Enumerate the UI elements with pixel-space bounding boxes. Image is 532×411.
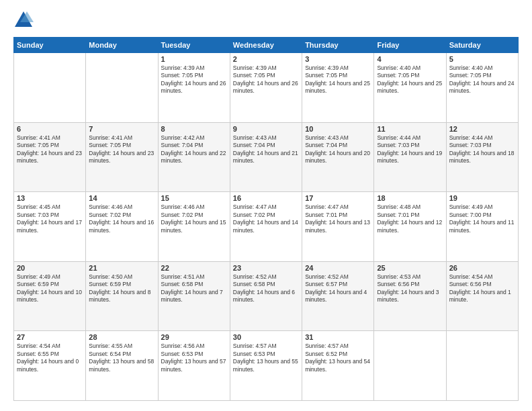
day-number: 29 <box>161 333 227 341</box>
calendar-cell: 20Sunrise: 4:49 AM Sunset: 6:59 PM Dayli… <box>14 261 86 331</box>
day-info: Sunrise: 4:46 AM Sunset: 7:02 PM Dayligh… <box>89 203 154 234</box>
calendar-cell: 23Sunrise: 4:52 AM Sunset: 6:58 PM Dayli… <box>230 261 302 331</box>
day-info: Sunrise: 4:47 AM Sunset: 7:01 PM Dayligh… <box>305 203 371 234</box>
calendar-cell: 30Sunrise: 4:57 AM Sunset: 6:53 PM Dayli… <box>230 331 302 401</box>
calendar-cell: 9Sunrise: 4:43 AM Sunset: 7:04 PM Daylig… <box>230 122 302 192</box>
calendar-cell <box>446 331 518 401</box>
calendar-cell: 1Sunrise: 4:39 AM Sunset: 7:05 PM Daylig… <box>158 53 230 123</box>
day-info: Sunrise: 4:54 AM Sunset: 6:56 PM Dayligh… <box>449 273 515 304</box>
day-info: Sunrise: 4:57 AM Sunset: 6:53 PM Dayligh… <box>233 342 299 373</box>
day-info: Sunrise: 4:48 AM Sunset: 7:01 PM Dayligh… <box>377 203 443 234</box>
calendar-cell: 10Sunrise: 4:43 AM Sunset: 7:04 PM Dayli… <box>302 122 374 192</box>
calendar-cell: 14Sunrise: 4:46 AM Sunset: 7:02 PM Dayli… <box>86 192 158 262</box>
calendar-cell: 6Sunrise: 4:41 AM Sunset: 7:05 PM Daylig… <box>14 122 86 192</box>
calendar-cell: 29Sunrise: 4:56 AM Sunset: 6:53 PM Dayli… <box>158 331 230 401</box>
day-number: 9 <box>233 125 299 133</box>
calendar-cell <box>14 53 86 123</box>
calendar-cell: 26Sunrise: 4:54 AM Sunset: 6:56 PM Dayli… <box>446 261 518 331</box>
day-info: Sunrise: 4:49 AM Sunset: 6:59 PM Dayligh… <box>17 273 83 304</box>
calendar-cell <box>86 53 158 123</box>
day-info: Sunrise: 4:43 AM Sunset: 7:04 PM Dayligh… <box>233 134 299 165</box>
calendar-cell: 28Sunrise: 4:55 AM Sunset: 6:54 PM Dayli… <box>86 331 158 401</box>
day-number: 31 <box>305 333 371 341</box>
day-info: Sunrise: 4:39 AM Sunset: 7:05 PM Dayligh… <box>233 64 299 95</box>
day-info: Sunrise: 4:47 AM Sunset: 7:02 PM Dayligh… <box>233 203 299 234</box>
day-info: Sunrise: 4:39 AM Sunset: 7:05 PM Dayligh… <box>161 64 227 95</box>
calendar-cell: 21Sunrise: 4:50 AM Sunset: 6:59 PM Dayli… <box>86 261 158 331</box>
day-number: 2 <box>233 55 299 63</box>
day-info: Sunrise: 4:44 AM Sunset: 7:03 PM Dayligh… <box>377 134 443 165</box>
logo-icon <box>13 10 34 30</box>
day-info: Sunrise: 4:44 AM Sunset: 7:03 PM Dayligh… <box>449 134 515 165</box>
day-number: 14 <box>89 194 154 202</box>
day-info: Sunrise: 4:55 AM Sunset: 6:54 PM Dayligh… <box>89 342 154 373</box>
calendar-table: SundayMondayTuesdayWednesdayThursdayFrid… <box>13 37 519 401</box>
day-info: Sunrise: 4:52 AM Sunset: 6:57 PM Dayligh… <box>305 273 371 304</box>
day-info: Sunrise: 4:56 AM Sunset: 6:53 PM Dayligh… <box>161 342 227 373</box>
calendar-week-row: 1Sunrise: 4:39 AM Sunset: 7:05 PM Daylig… <box>14 53 519 123</box>
day-info: Sunrise: 4:45 AM Sunset: 7:03 PM Dayligh… <box>17 203 83 234</box>
calendar-cell: 19Sunrise: 4:49 AM Sunset: 7:00 PM Dayli… <box>446 192 518 262</box>
calendar-cell: 15Sunrise: 4:46 AM Sunset: 7:02 PM Dayli… <box>158 192 230 262</box>
day-info: Sunrise: 4:49 AM Sunset: 7:00 PM Dayligh… <box>449 203 515 234</box>
day-number: 18 <box>377 194 443 202</box>
calendar-cell: 4Sunrise: 4:40 AM Sunset: 7:05 PM Daylig… <box>374 53 446 123</box>
page: SundayMondayTuesdayWednesdayThursdayFrid… <box>0 0 532 411</box>
day-number: 5 <box>449 55 515 63</box>
logo <box>13 10 36 30</box>
day-info: Sunrise: 4:42 AM Sunset: 7:04 PM Dayligh… <box>161 134 227 165</box>
day-number: 4 <box>377 55 443 63</box>
calendar-cell: 25Sunrise: 4:53 AM Sunset: 6:56 PM Dayli… <box>374 261 446 331</box>
day-info: Sunrise: 4:54 AM Sunset: 6:55 PM Dayligh… <box>17 342 83 373</box>
day-info: Sunrise: 4:41 AM Sunset: 7:05 PM Dayligh… <box>89 134 154 165</box>
day-number: 22 <box>161 264 227 272</box>
day-number: 30 <box>233 333 299 341</box>
calendar-cell: 24Sunrise: 4:52 AM Sunset: 6:57 PM Dayli… <box>302 261 374 331</box>
day-of-week-header: Thursday <box>302 38 374 53</box>
day-number: 10 <box>305 125 371 133</box>
calendar-cell: 5Sunrise: 4:40 AM Sunset: 7:05 PM Daylig… <box>446 53 518 123</box>
day-number: 27 <box>17 333 83 341</box>
day-info: Sunrise: 4:51 AM Sunset: 6:58 PM Dayligh… <box>161 273 227 304</box>
calendar-cell: 2Sunrise: 4:39 AM Sunset: 7:05 PM Daylig… <box>230 53 302 123</box>
day-info: Sunrise: 4:39 AM Sunset: 7:05 PM Dayligh… <box>305 64 371 95</box>
day-number: 26 <box>449 264 515 272</box>
day-number: 7 <box>89 125 154 133</box>
day-number: 8 <box>161 125 227 133</box>
calendar-cell: 18Sunrise: 4:48 AM Sunset: 7:01 PM Dayli… <box>374 192 446 262</box>
day-of-week-header: Monday <box>86 38 158 53</box>
calendar-cell: 8Sunrise: 4:42 AM Sunset: 7:04 PM Daylig… <box>158 122 230 192</box>
day-of-week-header: Friday <box>374 38 446 53</box>
day-number: 20 <box>17 264 83 272</box>
header <box>13 10 519 30</box>
day-info: Sunrise: 4:41 AM Sunset: 7:05 PM Dayligh… <box>17 134 83 165</box>
day-info: Sunrise: 4:52 AM Sunset: 6:58 PM Dayligh… <box>233 273 299 304</box>
calendar-cell: 16Sunrise: 4:47 AM Sunset: 7:02 PM Dayli… <box>230 192 302 262</box>
calendar-cell: 13Sunrise: 4:45 AM Sunset: 7:03 PM Dayli… <box>14 192 86 262</box>
calendar-cell: 22Sunrise: 4:51 AM Sunset: 6:58 PM Dayli… <box>158 261 230 331</box>
day-number: 23 <box>233 264 299 272</box>
calendar-cell: 7Sunrise: 4:41 AM Sunset: 7:05 PM Daylig… <box>86 122 158 192</box>
calendar-cell: 17Sunrise: 4:47 AM Sunset: 7:01 PM Dayli… <box>302 192 374 262</box>
day-number: 25 <box>377 264 443 272</box>
day-of-week-header: Wednesday <box>230 38 302 53</box>
day-of-week-header: Sunday <box>14 38 86 53</box>
day-number: 13 <box>17 194 83 202</box>
day-info: Sunrise: 4:50 AM Sunset: 6:59 PM Dayligh… <box>89 273 154 304</box>
day-of-week-header: Tuesday <box>158 38 230 53</box>
day-number: 3 <box>305 55 371 63</box>
calendar-week-row: 27Sunrise: 4:54 AM Sunset: 6:55 PM Dayli… <box>14 331 519 401</box>
day-number: 24 <box>305 264 371 272</box>
calendar-cell: 12Sunrise: 4:44 AM Sunset: 7:03 PM Dayli… <box>446 122 518 192</box>
calendar-cell: 31Sunrise: 4:57 AM Sunset: 6:52 PM Dayli… <box>302 331 374 401</box>
day-of-week-header: Saturday <box>446 38 518 53</box>
day-info: Sunrise: 4:40 AM Sunset: 7:05 PM Dayligh… <box>449 64 515 95</box>
day-number: 19 <box>449 194 515 202</box>
calendar-week-row: 6Sunrise: 4:41 AM Sunset: 7:05 PM Daylig… <box>14 122 519 192</box>
calendar-week-row: 13Sunrise: 4:45 AM Sunset: 7:03 PM Dayli… <box>14 192 519 262</box>
day-number: 17 <box>305 194 371 202</box>
day-info: Sunrise: 4:46 AM Sunset: 7:02 PM Dayligh… <box>161 203 227 234</box>
day-number: 11 <box>377 125 443 133</box>
calendar-cell: 3Sunrise: 4:39 AM Sunset: 7:05 PM Daylig… <box>302 53 374 123</box>
day-number: 6 <box>17 125 83 133</box>
